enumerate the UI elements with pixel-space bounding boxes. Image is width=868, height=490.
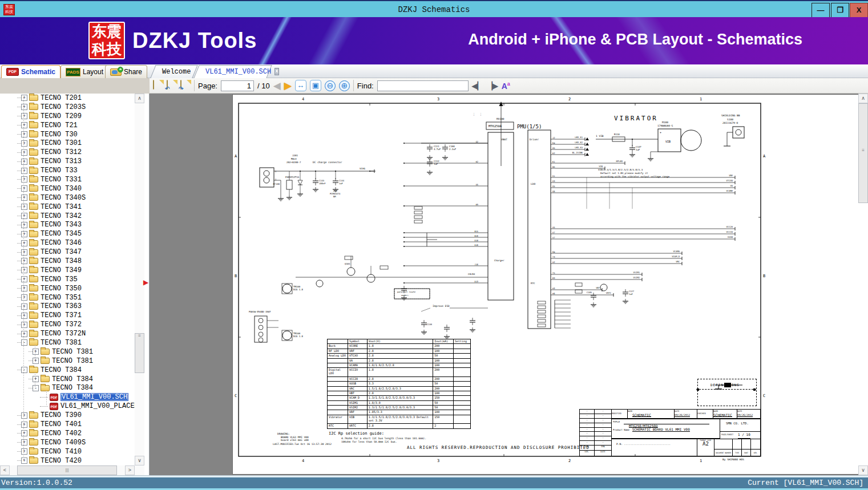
expand-icon[interactable]: +	[21, 159, 27, 165]
expand-icon[interactable]: +	[21, 176, 27, 183]
page-number-input[interactable]	[221, 80, 254, 91]
tab-share[interactable]: + Share	[105, 65, 147, 78]
close-tab-icon[interactable]: x	[274, 68, 278, 75]
tree-folder-row[interactable]: +TECNO T340S	[0, 193, 135, 203]
tree-item-label[interactable]: TECNO T347	[41, 248, 82, 256]
expand-icon[interactable]: +	[21, 313, 27, 319]
tree-folder-row[interactable]: -TECNO T384	[0, 366, 135, 375]
tree-folder-row[interactable]: +TECNO T401	[0, 420, 135, 429]
tree-folder-row[interactable]: +TECNO T343	[0, 220, 135, 229]
expand-icon[interactable]: +	[21, 231, 27, 237]
tree-item-label[interactable]: TECNO T390	[41, 411, 82, 419]
tree-folder-row[interactable]: +TECNO T33	[0, 166, 135, 175]
tree-item-label[interactable]: TECNO T384	[52, 384, 93, 392]
tree-folder-row[interactable]: +TECNO T372N	[0, 329, 135, 338]
tree-folder-row[interactable]: +TECNO T381	[0, 357, 135, 366]
tree-item-label[interactable]: TECNO T301	[41, 139, 82, 147]
panel-collapse-arrow-icon[interactable]: ▶	[143, 278, 148, 286]
fit-page-button[interactable]: ▣	[310, 80, 321, 91]
expand-icon[interactable]: +	[21, 185, 27, 192]
fit-width-button[interactable]: ↔	[295, 80, 306, 91]
tree-file-row[interactable]: PDFVL61_MMI_V00_PLACEMENT	[0, 402, 135, 411]
tree-folder-row[interactable]: +TECNO T341	[0, 203, 135, 212]
tree-item-label[interactable]: VL61_MMI_V00_PLACEMENT	[60, 402, 135, 410]
expand-icon[interactable]: +	[21, 430, 27, 436]
tree-item-label[interactable]: TECNO T312	[41, 148, 82, 156]
tree-folder-row[interactable]: +TECNO T301	[0, 139, 135, 148]
tree-folder-row[interactable]: +TECNO T345	[0, 229, 135, 238]
find-previous-button[interactable]: ◀▏	[472, 82, 483, 90]
tree-folder-row[interactable]: -TECNO T381	[0, 338, 135, 347]
tree-folder-row[interactable]: +TECNO T351	[0, 293, 135, 302]
tree-scroll-right-icon[interactable]: >	[125, 465, 135, 475]
expand-icon[interactable]: +	[21, 448, 27, 455]
find-next-button[interactable]: ▕▶	[487, 82, 498, 90]
previous-page-button[interactable]: ◀	[273, 81, 281, 91]
expand-icon[interactable]: +	[21, 322, 27, 328]
collapse-icon[interactable]: -	[33, 385, 39, 391]
tree-item-label[interactable]: TECNO T346	[41, 239, 82, 247]
tree-folder-row[interactable]: +TECNO T371	[0, 311, 135, 320]
tree-item-label[interactable]: TECNO T313	[41, 157, 82, 165]
tab-schematic[interactable]: PDF Schematic	[1, 65, 60, 78]
tab-layout[interactable]: PADS Layout	[60, 65, 108, 78]
tree-folder-row[interactable]: +TECNO T420	[0, 456, 135, 465]
tree-folder-row[interactable]: +TECNO T342	[0, 212, 135, 221]
tree-item-label[interactable]: TECNO T381	[52, 357, 93, 365]
tree-folder-row[interactable]: -TECNO T384	[0, 384, 135, 393]
expand-icon[interactable]: +	[21, 140, 27, 147]
find-input[interactable]	[377, 80, 469, 91]
tree-item-label[interactable]: TECNO T209	[41, 112, 82, 120]
tree-folder-row[interactable]: +TECNO T346	[0, 238, 135, 248]
expand-icon[interactable]: +	[21, 294, 27, 301]
tab-welcome[interactable]: Welcome	[153, 65, 195, 78]
tree-item-label[interactable]: TECNO T340S	[41, 194, 86, 202]
expand-icon[interactable]: +	[21, 213, 27, 219]
tree-folder-row[interactable]: +TECNO T402	[0, 429, 135, 438]
single-page-view-button[interactable]	[153, 80, 163, 91]
tree-scroll-left-icon[interactable]: <	[0, 465, 10, 475]
tree-folder-row[interactable]: +TECNO T381	[0, 347, 135, 357]
tree-folder-row[interactable]: +TECNO T390	[0, 411, 135, 420]
expand-icon[interactable]: +	[33, 349, 39, 355]
tree-folder-row[interactable]: +TECNO T409S	[0, 438, 135, 447]
zoom-out-button[interactable]: ⊖	[325, 80, 336, 91]
tree-item-label[interactable]: TECNO T203S	[41, 103, 86, 111]
tree-item-label[interactable]: TECNO T381	[52, 348, 93, 356]
tree-folder-row[interactable]: +TECNO T350	[0, 284, 135, 293]
expand-icon[interactable]: +	[21, 249, 27, 256]
minimize-button[interactable]: —	[812, 3, 830, 18]
tree-item-label[interactable]: TECNO T331	[41, 176, 82, 184]
expand-icon[interactable]: +	[21, 195, 27, 201]
maximize-button[interactable]: ❐	[831, 3, 849, 18]
tree-file-row[interactable]: PDFVL61_MMI_V00.SCH	[0, 392, 135, 402]
tree-scroll-down-icon[interactable]: ∨	[135, 456, 144, 465]
expand-icon[interactable]: +	[33, 376, 39, 382]
tree-item-label[interactable]: TECNO T341	[41, 203, 82, 211]
tree-item-label[interactable]: TECNO T348	[41, 257, 82, 265]
tree-hscroll-thumb[interactable]: |||	[17, 465, 117, 475]
tree-item-label[interactable]: TECNO T340	[41, 185, 82, 193]
expand-icon[interactable]: +	[21, 95, 27, 101]
expand-icon[interactable]: +	[21, 204, 27, 210]
tree-item-label[interactable]: TECNO T409S	[41, 439, 86, 447]
tree-folder-row[interactable]: +TECNO T348	[0, 257, 135, 266]
tree-folder-row[interactable]: +TECNO T313	[0, 157, 135, 166]
tree-folder-row[interactable]: +TECNO T203S	[0, 103, 135, 112]
tree-scroll-thumb[interactable]: ≡	[135, 333, 144, 373]
tree-item-label[interactable]: TECNO T345	[41, 230, 82, 238]
tree-folder-row[interactable]: +TECNO T410	[0, 447, 135, 456]
expand-icon[interactable]: +	[21, 439, 27, 446]
tree-folder-row[interactable]: +TECNO T331	[0, 175, 135, 184]
tree-item-label[interactable]: TECNO T349	[41, 266, 82, 274]
tree-item-label[interactable]: TECNO T381	[41, 339, 82, 347]
expand-icon[interactable]: +	[21, 113, 27, 119]
tree-item-label[interactable]: TECNO T350	[41, 285, 82, 293]
tree-item-label[interactable]: TECNO T420	[41, 457, 82, 465]
tree-folder-row[interactable]: +TECNO T201	[0, 94, 135, 103]
tree-item-label[interactable]: TECNO T30	[41, 131, 78, 139]
tree-item-label[interactable]: TECNO T401	[41, 420, 82, 428]
tree-item-label[interactable]: TECNO T384	[41, 366, 82, 374]
expand-icon[interactable]: +	[21, 258, 27, 264]
tree-folder-row[interactable]: +TECNO T209	[0, 112, 135, 121]
